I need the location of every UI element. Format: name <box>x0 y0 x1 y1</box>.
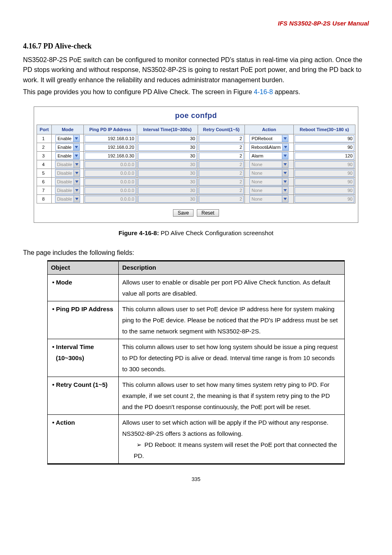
table-row: 1Enable192.168.0.10302PDReboot90 <box>37 134 355 143</box>
desc-object: • Action <box>47 414 119 464</box>
col-port: Port <box>37 125 52 134</box>
action-select[interactable]: PDReboot <box>249 135 288 142</box>
action-select[interactable]: Reboot&Alarm <box>249 143 289 151</box>
cell-action: PDReboot <box>245 134 293 143</box>
screenshot-panel: poe confpd Port Mode Ping PD IP Address … <box>34 106 358 223</box>
cell-ip: 0.0.0.0 <box>83 178 137 186</box>
table-row: 7Disable0.0.0.0302None90 <box>37 186 355 195</box>
ip-input[interactable]: 192.168.0.30 <box>85 153 136 160</box>
cell-ip: 0.0.0.0 <box>83 186 137 195</box>
cell-reboot: 90 <box>293 186 355 195</box>
cell-port: 5 <box>37 169 52 178</box>
chevron-down-icon <box>73 144 79 150</box>
chevron-down-icon <box>282 135 288 142</box>
ip-input[interactable]: 192.168.0.10 <box>85 135 136 142</box>
table-row: 2Enable192.168.0.20302Reboot&Alarm90 <box>37 143 355 152</box>
interval-input: 30 <box>138 170 197 177</box>
mode-select[interactable]: Disable <box>55 195 81 203</box>
action-select: None <box>249 161 288 168</box>
interval-input[interactable]: 30 <box>138 135 197 142</box>
cell-interval: 30 <box>137 152 198 160</box>
chevron-down-icon <box>282 178 288 185</box>
reboot-input: 90 <box>295 187 354 194</box>
desc-header-desc: Description <box>119 261 345 275</box>
cell-reboot: 90 <box>293 134 355 143</box>
mode-select[interactable]: Enable <box>55 152 80 160</box>
cell-ip: 0.0.0.0 <box>83 169 137 178</box>
desc-object: • Mode <box>47 274 119 301</box>
chevron-down-icon <box>74 170 80 176</box>
cell-retry: 2 <box>198 152 244 160</box>
cell-reboot: 90 <box>293 169 355 178</box>
cell-retry: 2 <box>198 134 244 143</box>
action-select[interactable]: Alarm <box>249 152 288 160</box>
chevron-down-icon <box>282 170 288 176</box>
mode-select[interactable]: Disable <box>55 187 81 194</box>
table-row: 6Disable0.0.0.0302None90 <box>37 178 355 186</box>
cell-mode: Disable <box>52 169 84 178</box>
table-row: 4Disable0.0.0.0302None90 <box>37 160 355 169</box>
page-header: IFS NS3502-8P-2S User Manual <box>23 19 369 28</box>
cell-action: Alarm <box>245 152 293 160</box>
cell-mode: Disable <box>52 186 84 195</box>
retry-input[interactable]: 2 <box>199 144 244 151</box>
reboot-input[interactable]: 90 <box>295 144 354 151</box>
retry-input[interactable]: 2 <box>199 135 244 142</box>
col-reboot: Reboot Time(30~180 s) <box>293 125 355 134</box>
col-retry: Retry Count(1~5) <box>198 125 244 134</box>
cell-interval: 30 <box>137 169 198 178</box>
mode-select[interactable]: Disable <box>55 169 81 177</box>
action-select: None <box>249 187 288 194</box>
cell-port: 8 <box>37 195 52 204</box>
chevron-down-icon <box>74 196 80 202</box>
cell-action: Reboot&Alarm <box>245 143 293 152</box>
col-ip: Ping PD IP Address <box>83 125 137 134</box>
ip-input: 0.0.0.0 <box>85 196 136 203</box>
mode-select[interactable]: Enable <box>55 135 80 142</box>
cell-retry: 2 <box>198 195 244 204</box>
mode-select[interactable]: Disable <box>55 178 81 185</box>
cell-interval: 30 <box>137 195 198 204</box>
desc-row: • ModeAllows user to enable or disable p… <box>47 274 344 301</box>
reset-button[interactable]: Reset <box>197 209 219 217</box>
ip-input[interactable]: 192.168.0.20 <box>85 144 136 151</box>
save-button[interactable]: Save <box>173 209 193 217</box>
cell-retry: 2 <box>198 169 244 178</box>
cell-reboot: 90 <box>293 195 355 204</box>
cell-interval: 30 <box>137 134 198 143</box>
cell-port: 1 <box>37 134 52 143</box>
chevron-down-icon <box>73 153 79 159</box>
cell-port: 7 <box>37 186 52 195</box>
interval-input[interactable]: 30 <box>138 144 197 151</box>
retry-input: 2 <box>199 196 244 203</box>
cell-reboot: 90 <box>293 178 355 186</box>
chevron-down-icon <box>74 178 80 185</box>
cell-retry: 2 <box>198 143 244 152</box>
cell-mode: Disable <box>52 195 84 204</box>
mode-select[interactable]: Disable <box>55 161 81 168</box>
desc-header-object: Object <box>47 261 119 275</box>
cell-ip: 0.0.0.0 <box>83 195 137 204</box>
table-row: 5Disable0.0.0.0302None90 <box>37 169 355 178</box>
interval-input: 30 <box>138 161 197 168</box>
interval-input: 30 <box>138 178 197 185</box>
reboot-input[interactable]: 120 <box>295 153 354 160</box>
ip-input: 0.0.0.0 <box>85 170 136 177</box>
ip-input: 0.0.0.0 <box>85 178 136 185</box>
retry-input: 2 <box>199 187 244 194</box>
reboot-input[interactable]: 90 <box>295 135 354 142</box>
section-heading: 4.16.7 PD Alive-check <box>23 41 369 52</box>
desc-row: • ActionAllows user to set which action … <box>47 414 344 464</box>
interval-input[interactable]: 30 <box>138 153 197 160</box>
mode-select[interactable]: Enable <box>55 143 80 151</box>
chevron-down-icon <box>282 187 288 194</box>
ip-input: 0.0.0.0 <box>85 161 136 168</box>
desc-row: • Interval Time (10~300s)This column all… <box>47 339 344 377</box>
retry-input[interactable]: 2 <box>199 153 244 160</box>
cell-ip: 192.168.0.30 <box>83 152 137 160</box>
config-table: Port Mode Ping PD IP Address Interval Ti… <box>37 125 355 204</box>
cell-interval: 30 <box>137 186 198 195</box>
cell-reboot: 90 <box>293 160 355 169</box>
reboot-input: 90 <box>295 161 354 168</box>
reboot-input: 90 <box>295 196 354 203</box>
